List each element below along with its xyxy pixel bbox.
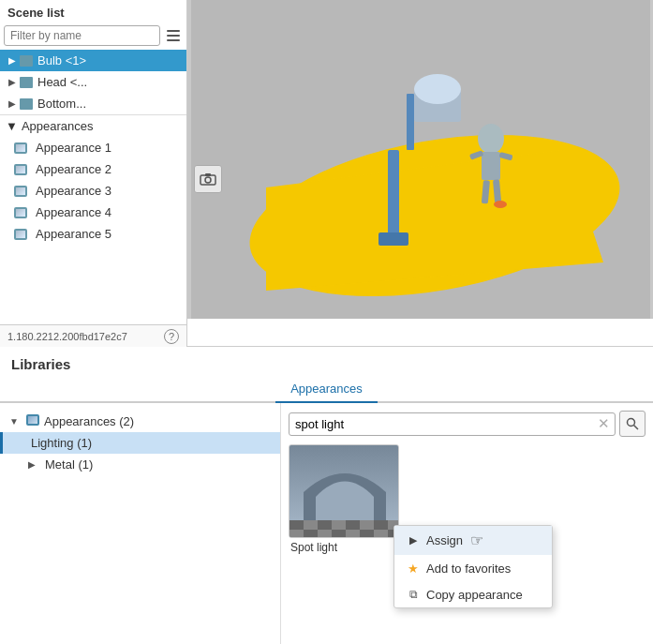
context-menu-assign[interactable]: ▶ Assign ☞ [394,526,552,555]
context-menu-add-favorites[interactable]: ★ Add to favorites [394,555,552,581]
scene-bottom-bar: 1.180.2212.200fbd17e2c7 ? [0,324,186,347]
copy-icon: ⧉ [406,587,421,602]
appearances-section: ▼ Appearances Appearance 1 Appearance 2 … [0,114,186,245]
tree-item-bulb[interactable]: ▶ Bulb <1> [0,50,186,71]
svg-rect-2 [205,173,211,176]
lib-tree-appearances-root[interactable]: ▼ Appearances (2) [0,411,280,432]
tree-item-appearance4[interactable]: Appearance 4 [0,202,186,223]
search-input[interactable] [289,412,616,436]
context-menu: ▶ Assign ☞ ★ Add to favorites ⧉ Copy app… [393,525,553,608]
search-button[interactable] [619,411,646,437]
object-icon [19,76,34,89]
spotlight-card-image [289,444,399,538]
scene-list-panel: Scene list ▶ Bulb <1> ▶ Head <... ▶ [0,0,187,347]
svg-rect-7 [378,232,408,246]
scene-tree: ▶ Bulb <1> ▶ Head <... ▶ Bottom... ▼ App [0,50,186,324]
lib-tree: ▼ Appearances (2) Lighting (1) ▶ Metal (… [0,403,281,644]
svg-point-18 [628,419,635,427]
cursor-icon: ☞ [470,532,483,549]
context-menu-copy-appearance[interactable]: ⧉ Copy appearance [394,581,552,607]
viewport [187,0,653,319]
appearances-lib-icon [26,414,39,428]
svg-rect-26 [346,520,360,530]
assign-icon: ▶ [406,533,421,548]
arrow-right-icon: ▶ [28,459,41,470]
svg-rect-6 [388,150,399,234]
appearances-header[interactable]: ▼ Appearances [0,115,186,137]
libraries-content: ▼ Appearances (2) Lighting (1) ▶ Metal (… [0,403,653,644]
appearance-icon [13,185,28,198]
svg-rect-30 [289,530,304,538]
star-icon: ★ [406,561,421,576]
svg-rect-28 [374,520,388,530]
object-icon [19,97,34,111]
scene-svg [191,0,650,319]
camera-button[interactable] [194,165,222,193]
tree-item-appearance3[interactable]: Appearance 3 [0,180,186,202]
svg-rect-31 [304,530,318,538]
svg-rect-8 [407,94,414,150]
svg-point-10 [414,74,461,104]
svg-rect-34 [346,530,360,538]
svg-rect-36 [374,530,388,538]
appearance-icon [13,163,28,176]
lib-tree-lighting[interactable]: Lighting (1) [0,432,280,454]
object-icon [19,54,34,67]
version-text: 1.180.2212.200fbd17e2c7 [7,331,127,342]
svg-rect-23 [304,520,318,530]
svg-rect-12 [482,152,500,180]
arrow-down-icon: ▼ [6,119,18,133]
svg-line-19 [634,426,639,430]
tree-item-appearance2[interactable]: Appearance 2 [0,158,186,180]
tree-item-appearance1[interactable]: Appearance 1 [0,137,186,158]
tree-item-bottom[interactable]: ▶ Bottom... [0,93,186,114]
tab-appearances[interactable]: Appearances [275,378,378,401]
arrow-right-icon: ▶ [6,76,19,89]
help-icon[interactable]: ? [164,329,179,344]
menu-icon[interactable] [164,26,183,45]
spotlight-card-label: Spot light [289,538,401,557]
svg-rect-27 [360,520,374,530]
appearance-icon [13,228,28,241]
svg-rect-25 [332,520,346,530]
arrow-down-icon: ▼ [9,416,22,427]
scene-list-title: Scene list [0,0,186,23]
appearance-icon [13,142,28,155]
svg-rect-32 [318,530,332,538]
search-wrapper: ✕ [289,412,616,436]
svg-point-17 [494,201,507,208]
spotlight-card[interactable]: Spot light [289,444,401,557]
libraries-panel: Libraries Appearances ▼ Appearances (2) … [0,347,653,644]
tab-bar: Appearances [0,378,653,403]
filter-input[interactable] [4,25,160,46]
tree-item-appearance5[interactable]: Appearance 5 [0,223,186,245]
appearance-icon [13,206,28,219]
lib-right-panel: ✕ [281,403,653,644]
arrow-right-icon: ▶ [6,97,19,111]
search-row: ✕ [289,411,646,437]
svg-rect-24 [318,520,332,530]
search-clear-icon[interactable]: ✕ [598,415,610,432]
filter-row [0,23,186,50]
svg-point-1 [205,177,211,183]
svg-rect-22 [289,520,304,530]
arrow-right-icon: ▶ [6,54,19,67]
svg-point-11 [478,124,504,154]
libraries-title: Libraries [0,347,653,378]
tree-item-head[interactable]: ▶ Head <... [0,71,186,93]
svg-rect-35 [360,530,374,538]
svg-rect-33 [332,530,346,538]
lib-tree-metal[interactable]: ▶ Metal (1) [0,454,280,475]
